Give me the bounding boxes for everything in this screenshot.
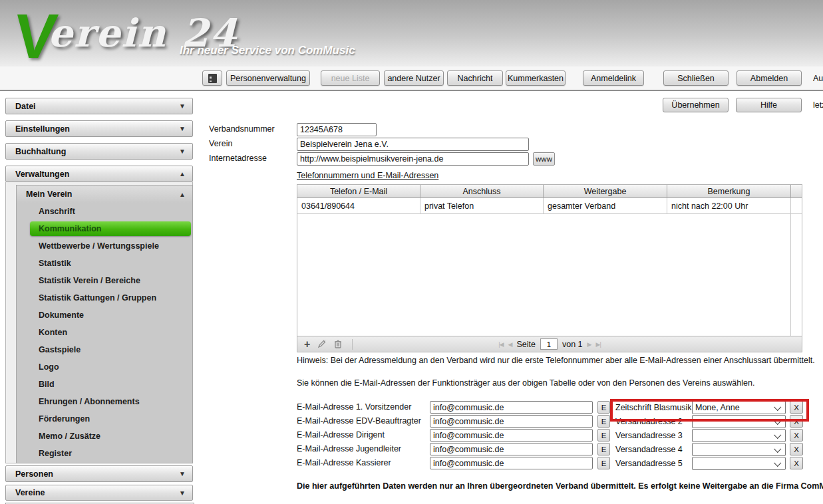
column-header[interactable]: Weitergabe: [544, 185, 667, 197]
verein-label: Verein: [209, 139, 232, 148]
pager-first-icon[interactable]: |◀: [498, 341, 503, 348]
chevron-down-icon: [774, 459, 781, 467]
verein-field[interactable]: [297, 138, 529, 151]
chevron-down-icon: ▼: [179, 148, 186, 155]
uebernehmen-button[interactable]: Übernehmen: [663, 98, 729, 112]
email-field-dirigent[interactable]: [430, 429, 593, 441]
www-button[interactable]: www: [533, 152, 555, 166]
column-header[interactable]: Bemerkung: [667, 185, 791, 197]
email-field-kassierer[interactable]: [430, 457, 593, 469]
hilfe-button[interactable]: Hilfe: [736, 98, 802, 112]
sidebar-label: Mein Verein: [26, 189, 72, 199]
pager-last-icon[interactable]: ▶|: [595, 341, 600, 348]
email-field-jugendleiter[interactable]: [430, 443, 593, 455]
sidebar-item-konten[interactable]: Konten: [17, 324, 192, 341]
sidebar-item-statistik[interactable]: Statistik: [17, 255, 192, 272]
phone-email-table: Telefon / E-Mail Anschluss Weitergabe Be…: [297, 184, 802, 352]
clipped-auto-text: Aut: [813, 74, 823, 83]
sidebar-label: Vereine: [15, 488, 45, 497]
privacy-text: Die hier aufgeführten Daten werden nur a…: [297, 481, 823, 491]
dropdown-value: Mone, Anne: [695, 403, 740, 412]
sidebar-item-statistik-gattungen[interactable]: Statistik Gattungen / Gruppen: [17, 289, 192, 307]
sidebar-item-einstellungen[interactable]: Einstellungen ▼: [5, 120, 193, 137]
versandadresse-2-dropdown[interactable]: [692, 415, 786, 428]
sidebar-item-mein-verein[interactable]: Mein Verein ▲: [17, 186, 192, 203]
versandadresse-4-label: Versandadresse 4: [615, 445, 683, 454]
neue-liste-button[interactable]: neue Liste: [321, 70, 380, 86]
app-window: V erein 24 Ihr neuer Service von ComMusi…: [0, 0, 823, 504]
table-header-row: Telefon / E-Mail Anschluss Weitergabe Be…: [297, 185, 802, 198]
sidebar-item-datei[interactable]: Datei ▼: [5, 98, 193, 114]
zeitschrift-blasmusik-dropdown[interactable]: Mone, Anne: [692, 401, 786, 414]
pager-next-icon[interactable]: ▶: [587, 341, 591, 348]
cell-anschluss: privat Telefon: [420, 198, 544, 213]
sidebar-item-verwaltungen[interactable]: Verwaltungen ▲: [5, 166, 193, 182]
versandadresse-3-dropdown[interactable]: [692, 429, 786, 442]
table-title: Telefonnummern und E-Mail-Adressen: [297, 171, 438, 180]
cell-bemerkung: nicht nach 22:00 Uhr: [667, 198, 791, 213]
tagline: Ihr neuer Service von ComMusic: [180, 44, 355, 57]
table-row[interactable]: 03641/890644 privat Telefon gesamter Ver…: [297, 198, 802, 214]
sidebar-item-dokumente[interactable]: Dokumente: [17, 307, 192, 324]
email-e-button-4[interactable]: E: [597, 443, 610, 455]
hint-text: Hinweis: Bei der Adressmeldung an den Ve…: [297, 356, 815, 365]
email-e-button-1[interactable]: E: [597, 401, 610, 414]
sidebar-item-wettbewerbe[interactable]: Wettbewerbe / Wertungsspiele: [17, 237, 192, 255]
sidebar-label: Verwaltungen: [15, 170, 69, 179]
verbandsnummer-field[interactable]: [297, 123, 377, 136]
pager-page-input[interactable]: [540, 338, 558, 350]
schliessen-button[interactable]: Schließen: [663, 70, 729, 86]
sidebar-item-bild[interactable]: Bild: [17, 376, 192, 393]
chevron-up-icon: ▲: [179, 170, 186, 178]
nachricht-button[interactable]: Nachricht: [447, 70, 503, 86]
column-header-filler: [791, 185, 802, 197]
column-header[interactable]: Anschluss: [420, 185, 544, 197]
sidebar-item-personen[interactable]: Personen ▼: [5, 465, 193, 482]
email-e-button-2[interactable]: E: [597, 415, 610, 428]
chevron-down-icon: [774, 445, 781, 453]
sidebar-item-ehrungen[interactable]: Ehrungen / Abonnements: [17, 393, 192, 410]
pager-of-label: von 1: [562, 340, 583, 349]
email-field-vorsitzender[interactable]: [430, 401, 593, 414]
column-header[interactable]: Telefon / E-Mail: [297, 185, 420, 197]
clear-dropdown-button-4[interactable]: X: [790, 443, 803, 455]
sidebar-item-foerderungen[interactable]: Förderungen: [17, 410, 192, 428]
sidebar-item-vereine[interactable]: Vereine ▼: [5, 485, 193, 501]
sidebar-item-gastspiele[interactable]: Gastspiele: [17, 341, 192, 358]
versandadresse-4-dropdown[interactable]: [692, 443, 786, 456]
sidebar-item-register[interactable]: Register: [17, 445, 192, 462]
chevron-down-icon: ▼: [179, 102, 186, 110]
sidebar-item-kommunikation[interactable]: Kommunikation: [30, 221, 191, 236]
email-field-edv[interactable]: [430, 415, 593, 428]
versandadresse-5-dropdown[interactable]: [692, 457, 786, 470]
sidebar-item-buchhaltung[interactable]: Buchhaltung ▼: [5, 143, 193, 160]
pager-prev-icon[interactable]: ◀: [508, 341, 512, 348]
main-toolbar: Personenverwaltung neue Liste andere Nut…: [0, 66, 823, 91]
versandadresse-2-label: Versandadresse 2: [615, 417, 683, 426]
header-banner: V erein 24 Ihr neuer Service von ComMusi…: [0, 0, 823, 66]
chevron-down-icon: ▼: [179, 489, 186, 497]
anmeldelink-button[interactable]: Anmeldelink: [583, 70, 644, 86]
andere-nutzer-button[interactable]: andere Nutzer: [384, 70, 444, 86]
menu-button[interactable]: [202, 70, 222, 86]
clear-dropdown-button-2[interactable]: X: [790, 415, 803, 428]
personenverwaltung-button[interactable]: Personenverwaltung: [226, 70, 310, 86]
sidebar-item-statistik-verein[interactable]: Statistik Verein / Bereiche: [17, 272, 192, 289]
chevron-down-icon: [774, 432, 781, 439]
clear-dropdown-button-1[interactable]: X: [790, 401, 803, 414]
sidebar-label: Einstellungen: [15, 124, 70, 134]
kummerkasten-button[interactable]: Kummerkasten: [506, 70, 566, 86]
sidebar-item-logo[interactable]: Logo: [17, 358, 192, 376]
clear-dropdown-button-5[interactable]: X: [790, 457, 803, 469]
sidebar-item-memo[interactable]: Memo / Zusätze: [17, 428, 192, 445]
sidebar-item-anschrift[interactable]: Anschrift: [17, 203, 192, 220]
email-label-vorsitzender: E-Mail-Adresse 1. Vorsitzender: [297, 402, 411, 412]
clear-dropdown-button-3[interactable]: X: [790, 429, 803, 441]
internetadresse-field[interactable]: [297, 152, 529, 166]
versandadresse-5-label: Versandadresse 5: [615, 459, 683, 468]
email-e-button-5[interactable]: E: [597, 457, 610, 469]
chevron-down-icon: [774, 418, 781, 425]
zeitschrift-blasmusik-label: Zeitschrift Blasmusik: [615, 403, 692, 412]
abmelden-button[interactable]: Abmelden: [737, 70, 802, 86]
email-e-button-3[interactable]: E: [597, 429, 610, 441]
